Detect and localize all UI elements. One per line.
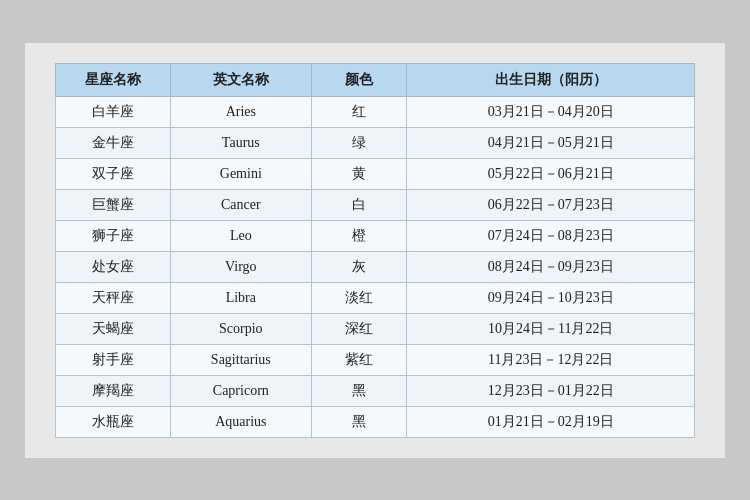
table-row: 射手座Sagittarius紫红11月23日－12月22日 <box>56 344 695 375</box>
table-row: 双子座Gemini黄05月22日－06月21日 <box>56 158 695 189</box>
table-header-row: 星座名称 英文名称 颜色 出生日期（阳历） <box>56 63 695 96</box>
cell-date: 04月21日－05月21日 <box>407 127 695 158</box>
cell-date: 11月23日－12月22日 <box>407 344 695 375</box>
cell-color: 黑 <box>311 406 407 437</box>
table-row: 白羊座Aries红03月21日－04月20日 <box>56 96 695 127</box>
header-chinese: 星座名称 <box>56 63 171 96</box>
cell-color: 深红 <box>311 313 407 344</box>
cell-color: 黄 <box>311 158 407 189</box>
cell-english: Gemini <box>171 158 312 189</box>
cell-date: 08月24日－09月23日 <box>407 251 695 282</box>
cell-english: Libra <box>171 282 312 313</box>
zodiac-table: 星座名称 英文名称 颜色 出生日期（阳历） 白羊座Aries红03月21日－04… <box>55 63 695 438</box>
cell-english: Sagittarius <box>171 344 312 375</box>
cell-english: Cancer <box>171 189 312 220</box>
cell-english: Taurus <box>171 127 312 158</box>
cell-english: Aries <box>171 96 312 127</box>
header-date: 出生日期（阳历） <box>407 63 695 96</box>
cell-color: 红 <box>311 96 407 127</box>
cell-chinese: 天秤座 <box>56 282 171 313</box>
cell-chinese: 巨蟹座 <box>56 189 171 220</box>
header-color: 颜色 <box>311 63 407 96</box>
cell-color: 橙 <box>311 220 407 251</box>
header-english: 英文名称 <box>171 63 312 96</box>
cell-date: 01月21日－02月19日 <box>407 406 695 437</box>
cell-color: 灰 <box>311 251 407 282</box>
table-row: 金牛座Taurus绿04月21日－05月21日 <box>56 127 695 158</box>
cell-color: 绿 <box>311 127 407 158</box>
cell-date: 12月23日－01月22日 <box>407 375 695 406</box>
table-row: 天蝎座Scorpio深红10月24日－11月22日 <box>56 313 695 344</box>
cell-date: 10月24日－11月22日 <box>407 313 695 344</box>
table-row: 水瓶座Aquarius黑01月21日－02月19日 <box>56 406 695 437</box>
page-container: 星座名称 英文名称 颜色 出生日期（阳历） 白羊座Aries红03月21日－04… <box>25 43 725 458</box>
cell-chinese: 射手座 <box>56 344 171 375</box>
cell-chinese: 狮子座 <box>56 220 171 251</box>
table-row: 摩羯座Capricorn黑12月23日－01月22日 <box>56 375 695 406</box>
cell-chinese: 白羊座 <box>56 96 171 127</box>
cell-color: 紫红 <box>311 344 407 375</box>
cell-chinese: 摩羯座 <box>56 375 171 406</box>
cell-color: 淡红 <box>311 282 407 313</box>
cell-date: 07月24日－08月23日 <box>407 220 695 251</box>
cell-chinese: 水瓶座 <box>56 406 171 437</box>
cell-english: Aquarius <box>171 406 312 437</box>
cell-date: 05月22日－06月21日 <box>407 158 695 189</box>
cell-english: Leo <box>171 220 312 251</box>
cell-english: Scorpio <box>171 313 312 344</box>
cell-date: 09月24日－10月23日 <box>407 282 695 313</box>
cell-date: 03月21日－04月20日 <box>407 96 695 127</box>
table-row: 处女座Virgo灰08月24日－09月23日 <box>56 251 695 282</box>
cell-english: Capricorn <box>171 375 312 406</box>
table-row: 天秤座Libra淡红09月24日－10月23日 <box>56 282 695 313</box>
table-row: 巨蟹座Cancer白06月22日－07月23日 <box>56 189 695 220</box>
cell-date: 06月22日－07月23日 <box>407 189 695 220</box>
cell-chinese: 天蝎座 <box>56 313 171 344</box>
table-row: 狮子座Leo橙07月24日－08月23日 <box>56 220 695 251</box>
cell-chinese: 处女座 <box>56 251 171 282</box>
cell-color: 白 <box>311 189 407 220</box>
cell-chinese: 双子座 <box>56 158 171 189</box>
cell-english: Virgo <box>171 251 312 282</box>
cell-color: 黑 <box>311 375 407 406</box>
cell-chinese: 金牛座 <box>56 127 171 158</box>
